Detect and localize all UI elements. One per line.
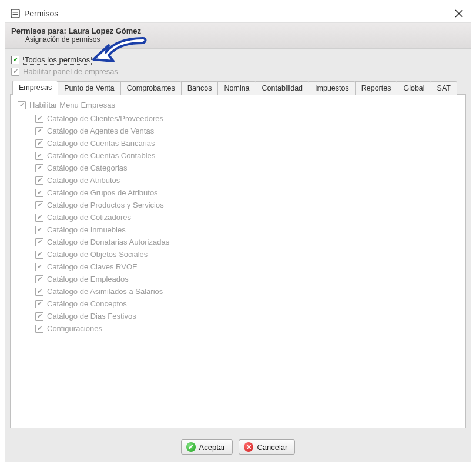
close-icon (455, 9, 463, 18)
perm-item: Catálogo de Inmuebles (35, 225, 458, 234)
perm-item-checkbox (35, 201, 43, 209)
tab-strip: EmpresasPunto de VentaComprobantesBancos… (10, 81, 466, 95)
enable-companies-panel-checkbox (11, 68, 19, 76)
tab-nomina[interactable]: Nomina (217, 81, 256, 95)
perm-item: Catálogo de Clientes/Proveedores (35, 114, 458, 123)
perm-item: Catálogo de Cuentas Bancarias (35, 139, 458, 148)
perm-item: Catálogo de Agentes de Ventas (35, 126, 458, 135)
svg-rect-0 (11, 9, 19, 18)
perm-item: Configuraciones (35, 324, 458, 333)
all-permissions-checkbox[interactable] (11, 56, 19, 64)
perm-item-label: Catálogo de Dias Festivos (47, 312, 136, 321)
cancel-icon: ✕ (244, 442, 253, 452)
header-prefix: Permisos para: (11, 26, 69, 35)
perm-item-checkbox (35, 164, 43, 172)
tab-impuestos[interactable]: Impuestos (309, 81, 356, 95)
perm-item: Catálogo de Donatarias Autorizadas (35, 238, 458, 246)
perm-item-checkbox (35, 300, 43, 308)
header-user: Laura Lopez Gómez (69, 26, 142, 35)
all-permissions-row: Todos los permisos (11, 54, 465, 66)
perm-item-checkbox (35, 115, 43, 123)
perm-item-label: Catálogo de Productos y Servicios (47, 201, 164, 209)
perm-item: Catálogo de Productos y Servicios (35, 201, 458, 209)
perm-item-label: Catálogo de Cuentas Bancarias (47, 139, 155, 148)
perm-item-label: Catálogo de Inmuebles (47, 225, 126, 234)
perm-item: Catálogo de Dias Festivos (35, 312, 458, 321)
perm-item-label: Catálogo de Clientes/Proveedores (47, 114, 163, 123)
perm-item-label: Catálogo de Atributos (47, 176, 120, 185)
perm-item-checkbox (35, 275, 43, 283)
tab-comprobantes[interactable]: Comprobantes (120, 81, 182, 95)
cancel-button[interactable]: ✕ Cancelar (239, 439, 295, 455)
tab-pdv[interactable]: Punto de Venta (58, 81, 121, 95)
perm-item-checkbox (35, 312, 43, 321)
tab-empresas[interactable]: Empresas (12, 81, 58, 95)
perm-item-checkbox (35, 288, 43, 296)
body: Todos los permisos Habilitar panel de em… (5, 49, 471, 433)
tab-contabilidad[interactable]: Contabilidad (256, 81, 310, 95)
perm-item: Catálogo de Grupos de Atributos (35, 188, 458, 197)
perm-item-label: Configuraciones (47, 324, 102, 333)
perm-item-checkbox (35, 127, 43, 135)
perm-item-label: Catálogo de Grupos de Atributos (47, 188, 158, 197)
perm-item-label: Catálogo de Objetos Sociales (47, 250, 148, 259)
tab-sat[interactable]: SAT (431, 81, 457, 95)
accept-button[interactable]: ✔ Aceptar (181, 439, 233, 455)
perm-item-checkbox (35, 152, 43, 160)
perm-item-checkbox (35, 251, 43, 259)
enable-companies-panel-label: Habilitar panel de empresas (23, 67, 118, 76)
perm-item-checkbox (35, 214, 43, 222)
perm-item-label: Catálogo de Agentes de Ventas (47, 126, 154, 135)
close-button[interactable] (452, 6, 466, 21)
perm-root-row: Habilitar Menu Empresas (18, 101, 458, 109)
perm-item-checkbox (35, 139, 43, 148)
header-strip: Permisos para: Laura Lopez Gómez Asignac… (5, 23, 471, 49)
perm-item: Catálogo de Conceptos (35, 299, 458, 308)
tab-panel-empresas: Habilitar Menu Empresas Catálogo de Clie… (10, 94, 466, 428)
perm-item-checkbox (35, 226, 43, 234)
perm-root-checkbox (18, 101, 26, 109)
perm-item-checkbox (35, 189, 43, 197)
perm-item-label: Catálogo de Cuentas Contables (47, 151, 155, 160)
perm-item-label: Catálogo de Claves RVOE (47, 262, 138, 271)
perm-item: Catálogo de Cotizadores (35, 213, 458, 222)
perm-item-label: Catálogo de Conceptos (47, 299, 127, 308)
perm-item-checkbox (35, 325, 43, 333)
svg-rect-1 (13, 12, 18, 13)
perm-item-label: Catálogo de Donatarias Autorizadas (47, 238, 169, 246)
perm-item: Catálogo de Categorias (35, 164, 458, 172)
window: Permisos Permisos para: Laura Lopez Góme… (0, 0, 476, 467)
window-title: Permisos (24, 9, 58, 18)
header-line1: Permisos para: Laura Lopez Gómez (11, 26, 465, 35)
perm-item-label: Catálogo de Asimilados a Salarios (47, 287, 163, 296)
cancel-label: Cancelar (257, 443, 287, 452)
dialog: Permisos Permisos para: Laura Lopez Góme… (5, 4, 471, 462)
tab-bancos[interactable]: Bancos (181, 81, 219, 95)
footer: ✔ Aceptar ✕ Cancelar (5, 433, 471, 462)
all-permissions-label[interactable]: Todos los permisos (23, 55, 92, 65)
tab-global[interactable]: Global (397, 81, 431, 95)
perm-item-checkbox (35, 238, 43, 246)
tab-reportes[interactable]: Reportes (355, 81, 398, 95)
app-icon (10, 8, 21, 19)
top-checks: Todos los permisos Habilitar panel de em… (10, 52, 466, 81)
perm-item: Catálogo de Asimilados a Salarios (35, 287, 458, 296)
perm-item: Catálogo de Atributos (35, 176, 458, 185)
header-line2: Asignación de permisos (11, 35, 465, 44)
svg-rect-2 (13, 14, 18, 15)
perm-item-label: Catálogo de Empleados (47, 275, 129, 283)
perm-item-checkbox (35, 263, 43, 271)
check-icon: ✔ (186, 442, 196, 452)
perm-item: Catálogo de Claves RVOE (35, 262, 458, 271)
perm-item: Catálogo de Cuentas Contables (35, 151, 458, 160)
perm-root-label: Habilitar Menu Empresas (29, 101, 115, 109)
perm-item-label: Catálogo de Cotizadores (47, 213, 131, 222)
accept-label: Aceptar (199, 443, 226, 452)
titlebar: Permisos (5, 4, 471, 23)
perm-item: Catálogo de Empleados (35, 275, 458, 283)
perm-item-label: Catálogo de Categorias (47, 164, 128, 172)
perm-item: Catálogo de Objetos Sociales (35, 250, 458, 259)
perm-item-checkbox (35, 176, 43, 185)
perm-root: Habilitar Menu Empresas Catálogo de Clie… (16, 99, 460, 336)
enable-companies-panel-row: Habilitar panel de empresas (11, 66, 465, 77)
